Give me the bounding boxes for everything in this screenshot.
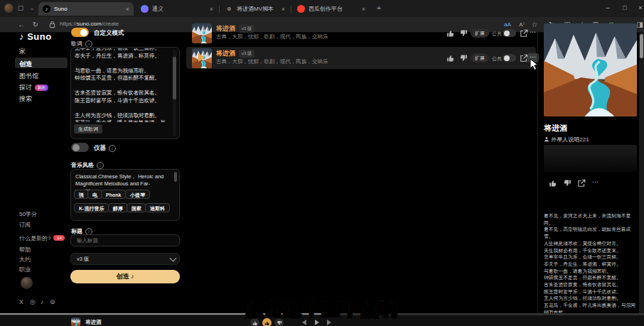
thumbs-up-icon[interactable] <box>446 54 455 63</box>
suno-logo[interactable]: ♪ Suno <box>19 31 52 42</box>
new-tab-button[interactable]: + <box>374 3 384 13</box>
style-chip[interactable]: 醇厚 <box>108 203 128 212</box>
info-icon[interactable]: i <box>109 145 116 152</box>
scrollbar-thumb[interactable] <box>640 34 643 58</box>
lock-icon[interactable] <box>48 21 56 28</box>
song-tags[interactable]: 古典，大胆，忧郁，歌剧，现代，民族，交响乐 <box>216 33 328 40</box>
refresh-icon[interactable]: ↻ <box>30 19 41 30</box>
thumbs-down-icon[interactable] <box>459 54 468 63</box>
gear-favicon: ⚙ <box>225 5 233 13</box>
lyrics-text: 烹羊宰牛且为乐，会须一饮三百杯。 岑夫子，丹丘生，将进酒，杯莫停。 与君歌一曲，… <box>75 48 170 122</box>
xigua-favicon <box>297 5 305 13</box>
tab-suno[interactable]: ♪ Suno × <box>38 2 134 16</box>
sidebar-item-home[interactable]: 家 <box>19 47 26 56</box>
thumbs-down-icon[interactable] <box>563 179 571 188</box>
custom-mode-toggle[interactable] <box>71 28 89 37</box>
extend-button[interactable]: 扩展 <box>471 28 489 38</box>
subtitle-caption: 点击这个三个点啊 <box>0 297 644 320</box>
back-icon[interactable]: ← <box>16 19 27 30</box>
sidebar-item-create[interactable]: 创造 <box>19 60 32 69</box>
tab-separator <box>219 6 220 13</box>
tab-tongyi[interactable]: 通义 × <box>136 2 218 16</box>
user-avatar[interactable] <box>21 277 33 289</box>
minimize-button[interactable]: – <box>600 1 616 15</box>
credits-link[interactable]: 50学分 <box>19 210 37 218</box>
subscribe-link[interactable]: 订阅 <box>19 221 31 229</box>
style-chip[interactable]: 小提琴 <box>125 190 150 199</box>
tab-label: 西瓜创作平台 <box>308 5 358 13</box>
style-chip[interactable]: K-流行音乐 <box>74 203 109 212</box>
person-icon <box>544 136 549 142</box>
style-chip[interactable]: 电 <box>87 190 102 199</box>
note-icon: ♪ <box>131 273 134 280</box>
instrumental-label: 仪器i <box>94 144 116 153</box>
thumbs-up-icon[interactable] <box>446 29 455 38</box>
public-toggle[interactable] <box>503 54 516 62</box>
instrumental-toggle[interactable] <box>71 143 89 152</box>
video-strip[interactable] <box>544 145 637 172</box>
player-next-icon[interactable] <box>327 320 331 325</box>
maximize-button[interactable]: □ <box>617 1 633 15</box>
workspace-icon[interactable]: ▢ <box>16 3 26 13</box>
detail-song-title: 将进酒 <box>544 123 567 134</box>
public-label: 公共 <box>492 55 502 63</box>
about-link[interactable]: 大约 <box>19 256 31 263</box>
browser-window: ▢ ⌄ ♪ Suno × 通义 × ⚙ 将进酒MV脚本 × 西瓜创作平台 × +… <box>0 0 644 326</box>
play-overlay-icon[interactable] <box>198 53 205 62</box>
tab-close-icon[interactable]: × <box>210 6 213 13</box>
tab-strip: ▢ ⌄ ♪ Suno × 通义 × ⚙ 将进酒MV脚本 × 西瓜创作平台 × +… <box>0 0 644 17</box>
help-link[interactable]: 帮助 <box>19 246 31 254</box>
tab-close-icon[interactable]: × <box>126 6 129 13</box>
sidebar-item-search[interactable]: 搜索 <box>19 94 32 104</box>
style-chip[interactable]: 迪斯科 <box>145 203 170 212</box>
model-select[interactable]: v3 版 <box>70 253 180 265</box>
panel-divider <box>537 32 538 315</box>
song-title[interactable]: 将进酒v3 版 <box>216 49 254 58</box>
style-chip[interactable]: 强 <box>74 190 89 199</box>
close-button[interactable]: × <box>633 1 644 15</box>
tab-close-icon[interactable]: × <box>362 6 365 13</box>
whats-new-count-badge: 14 <box>53 235 65 241</box>
share-icon[interactable] <box>577 179 586 188</box>
careers-link[interactable]: 职业 <box>19 266 31 273</box>
browser-profile-avatar[interactable] <box>4 4 14 13</box>
style-scroll-thumb[interactable] <box>174 172 177 182</box>
artist-name: 外星人说唱221 <box>551 136 589 143</box>
title-input[interactable] <box>70 234 180 246</box>
sidebar-item-library[interactable]: 图书馆 <box>19 72 38 81</box>
note-icon: ♪ <box>19 31 24 42</box>
lyrics-scroll-thumb[interactable] <box>173 57 176 99</box>
more-options-button[interactable]: ⋯ <box>590 178 601 188</box>
tongyi-favicon <box>141 5 149 13</box>
tab-search-icon[interactable]: ⌄ <box>27 3 37 13</box>
player-play-icon[interactable] <box>315 320 319 325</box>
sidebar-item-explore[interactable]: 探讨新的 <box>19 83 48 92</box>
tab-separator <box>291 6 291 13</box>
create-button[interactable]: 创造 ♪ <box>70 270 180 283</box>
song-title[interactable]: 将进酒v3 版 <box>216 24 254 33</box>
url-text[interactable]: https://suno.com/create <box>60 21 119 27</box>
tab-label: 将进酒MV脚本 <box>237 5 278 13</box>
thumbs-up-icon[interactable] <box>549 179 557 188</box>
album-art[interactable] <box>544 23 637 116</box>
version-badge: v3 版 <box>239 25 254 33</box>
mouse-cursor <box>530 58 540 71</box>
artist-row[interactable]: 外星人说唱221 <box>544 136 589 143</box>
public-toggle[interactable] <box>503 29 516 37</box>
song-tags[interactable]: 古典，大胆，忧郁，歌剧，现代，民族，交响乐 <box>216 58 328 65</box>
tab-label: Suno <box>54 6 122 12</box>
tab-close-icon[interactable]: × <box>281 6 285 13</box>
info-icon[interactable]: i <box>97 162 104 169</box>
tab-xigua[interactable]: 西瓜创作平台 × <box>293 2 370 16</box>
player-prev-icon[interactable] <box>302 320 306 325</box>
extend-button[interactable]: 扩展 <box>471 53 489 63</box>
style-chip[interactable]: 国家 <box>127 203 146 212</box>
tab-script[interactable]: ⚙ 将进酒MV脚本 × <box>221 2 289 16</box>
thumbs-down-icon[interactable] <box>459 29 468 38</box>
whats-new-link[interactable]: 什么是新的?14 <box>19 234 65 242</box>
song-thumbnail[interactable] <box>192 23 212 43</box>
style-chip[interactable]: Phonk <box>101 190 126 199</box>
generate-lyrics-button[interactable]: 生成歌词 <box>74 124 102 134</box>
version-badge: v3 版 <box>239 50 254 58</box>
page-scrollbar[interactable] <box>639 32 644 315</box>
